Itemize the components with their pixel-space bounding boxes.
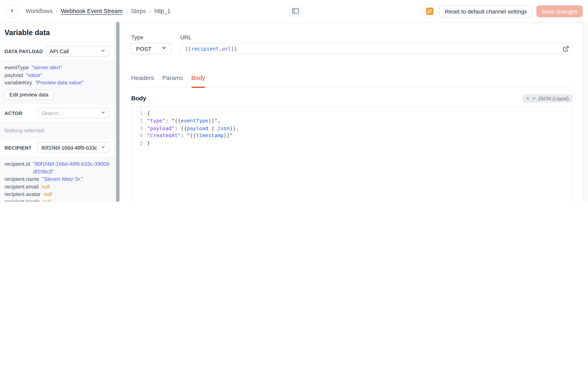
recipient-value: 80f1f4bf-166d-48f9-b33c (42, 145, 101, 151)
url-token: {{ (185, 46, 191, 52)
breadcrumb-separator: › (126, 8, 128, 14)
field-value: "Steven Metz Sr." (42, 175, 83, 183)
app-window: Workflows › Webhook Event Stream › Steps… (0, 0, 588, 201)
actor-select[interactable]: Search... (38, 108, 109, 118)
data-payload-row: DATA PAYLOAD API Call (0, 42, 115, 61)
line-number: 1 (131, 110, 147, 117)
data-payload-label: DATA PAYLOAD (4, 48, 43, 54)
field-row: recipient.id"80f1f4bf-166d-48f9-b33c-390… (4, 160, 109, 175)
chevron-down-icon (101, 110, 106, 117)
line-number: 3 (131, 125, 147, 132)
chevron-down-icon (101, 144, 106, 151)
line-number: 2 (131, 117, 147, 125)
field-row: recipient.name"Steven Metz Sr." (4, 175, 109, 183)
field-key: recipient.name (4, 175, 39, 183)
top-bar: Workflows › Webhook Event Stream › Steps… (0, 0, 588, 23)
recipient-row: RECIPIENT 80f1f4bf-166d-48f9-b33c (0, 139, 115, 157)
actor-empty-text: Nothing selected (4, 127, 44, 133)
git-branch-icon (426, 7, 433, 15)
external-link-icon[interactable] (563, 46, 569, 53)
request-config-row: Type POST URL {{recipient.url}} (131, 34, 573, 54)
line-number: 4 (131, 132, 147, 140)
field-value: null (43, 198, 51, 201)
sidebar-title: Variable data (0, 23, 115, 42)
commit-diff-button[interactable] (424, 5, 435, 17)
line-number: 5 (131, 140, 147, 147)
request-tabs: HeadersParamsBody (131, 74, 573, 87)
breadcrumb-separator: › (149, 8, 151, 14)
url-token: . (219, 46, 222, 52)
code-line: 5} (131, 140, 572, 147)
code-icon: < > (526, 96, 536, 101)
field-key: recipient.email (4, 183, 38, 190)
actor-label: ACTOR (4, 110, 35, 116)
field-row: eventType"server:alert" (4, 64, 109, 71)
actor-search-placeholder: Search... (42, 110, 101, 116)
tab-params[interactable]: Params (162, 74, 183, 87)
code-text: { (147, 110, 150, 117)
code-text: } (147, 140, 150, 147)
sidebar-scrollbar[interactable] (116, 22, 119, 201)
recipient-label: RECIPIENT (4, 145, 35, 151)
field-value: "value" (26, 71, 42, 79)
chevron-down-icon (101, 48, 106, 55)
field-key: payload (4, 71, 23, 79)
top-actions: Reset to default channel settings Save c… (424, 5, 583, 17)
save-changes-button[interactable]: Save changes (536, 5, 583, 17)
panel-layout-icon (292, 8, 299, 15)
payload-preview-section: eventType"server:alert"payload"value"var… (0, 61, 115, 104)
breadcrumb: Workflows › Webhook Event Stream › Steps… (26, 8, 170, 14)
field-key: recipient.locale (4, 198, 40, 201)
url-token: url (222, 46, 231, 52)
body-section-header: Body < > JSON (Liquid) (131, 94, 573, 103)
main-scrollbar-gutter[interactable] (583, 23, 588, 201)
code-text: "payload": {{payload | json}}, (147, 125, 239, 132)
field-key: eventType (4, 64, 29, 71)
breadcrumb-workflow-name[interactable]: Webhook Event Stream (61, 8, 122, 14)
language-badge-label: JSON (Liquid) (538, 95, 569, 101)
field-value: null (44, 190, 52, 198)
field-row: recipient.localenull (4, 198, 109, 201)
body-section-title: Body (131, 95, 146, 102)
field-row: variableKey"Preview data value" (4, 79, 109, 86)
breadcrumb-steps[interactable]: Steps (131, 8, 146, 14)
field-key: recipient.id (4, 160, 30, 167)
code-text: "type": "{{eventType}}", (147, 117, 221, 125)
tab-body[interactable]: Body (191, 74, 205, 87)
back-button[interactable] (6, 5, 18, 17)
breadcrumb-workflows[interactable]: Workflows (26, 8, 52, 14)
field-key: recipient.avatar (4, 190, 40, 198)
tab-headers[interactable]: Headers (131, 74, 154, 87)
field-value: "server:alert" (32, 64, 62, 71)
sidebar-toggle-button[interactable] (289, 6, 301, 17)
language-badge[interactable]: < > JSON (Liquid) (523, 94, 573, 103)
reset-channel-settings-button[interactable]: Reset to default channel settings (439, 5, 532, 17)
actor-empty-section: Nothing selected (0, 122, 115, 139)
recipient-select[interactable]: 80f1f4bf-166d-48f9-b33c (38, 142, 109, 153)
code-line: 2"type": "{{eventType}}", (131, 117, 572, 125)
url-label: URL (180, 34, 573, 40)
chevron-left-icon (10, 8, 15, 14)
url-input[interactable]: {{recipient.url}} (180, 43, 573, 54)
recipient-fields-section: recipient.id"80f1f4bf-166d-48f9-b33c-390… (0, 157, 115, 201)
data-payload-select[interactable]: API Call (46, 46, 109, 56)
field-value: "80f1f4bf-166d-48f9-b33c-39009df20bc3" (33, 160, 109, 175)
method-select[interactable]: POST (131, 43, 171, 54)
code-line: 1{ (131, 110, 572, 117)
edit-preview-data-button[interactable]: Edit preview data (4, 90, 53, 100)
chevron-down-icon (161, 45, 167, 52)
field-key: variableKey (4, 79, 32, 86)
code-line: 4"createdAt": "{{timestamp}}" (131, 132, 572, 140)
code-text: "createdAt": "{{timestamp}}" (147, 132, 233, 140)
body-code-editor[interactable]: 1{2"type": "{{eventType}}",3"payload": {… (131, 106, 573, 201)
field-row: payload"value" (4, 71, 109, 79)
code-line: 3"payload": {{payload | json}}, (131, 125, 572, 132)
field-row: recipient.avatarnull (4, 190, 109, 198)
url-token: }} (231, 46, 237, 52)
type-label: Type (131, 34, 171, 40)
field-value: "Preview data value" (35, 79, 83, 86)
breadcrumb-separator: › (56, 8, 58, 14)
variable-data-sidebar: Variable data DATA PAYLOAD API Call even… (0, 23, 116, 201)
field-row: recipient.emailnull (4, 183, 109, 190)
field-value: null (42, 183, 50, 190)
